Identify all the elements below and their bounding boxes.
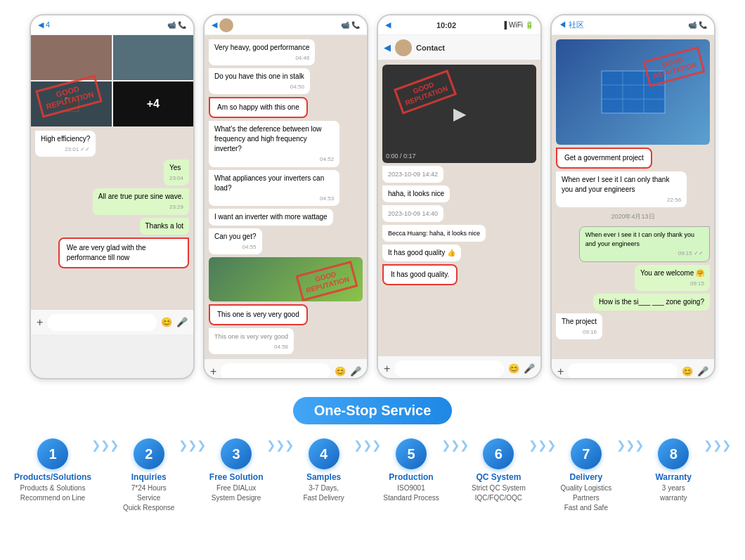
back-icon-2[interactable]: ◀ — [212, 20, 217, 30]
back-icon-4[interactable]: ◀ 社区 — [559, 20, 584, 30]
msg-text: The project — [562, 318, 597, 325]
arrow-7-8: ❯❯❯ — [616, 431, 644, 452]
install-image-2: GOODREPUTATION — [209, 257, 363, 301]
video-icon-4[interactable]: 📹 — [688, 21, 697, 29]
step-7: 7 Delivery Quality Logistics PartnersFas… — [556, 438, 616, 513]
mic-icon-1[interactable]: 🎤 — [176, 317, 188, 327]
msg-time: 04:53 — [214, 195, 334, 202]
emoji-icon-1[interactable]: 😊 — [161, 317, 172, 327]
msg-text: All are true pure sine wave. — [98, 193, 183, 200]
msg-can: Can you get? 04:55 — [209, 228, 262, 254]
step-circle-5: 5 — [396, 438, 427, 469]
grid-img-3: ⬛ — [31, 82, 112, 126]
msg-text: This one is very very good — [214, 333, 288, 340]
msg-glad: We are very glad with the performance ti… — [58, 237, 189, 268]
msg-time: 04:58 — [214, 343, 288, 351]
msg-looks-nice-1: haha, it looks nice — [382, 185, 450, 202]
emoji-icon-2[interactable]: 😊 — [335, 366, 346, 377]
step-5: 5 Production ISO9001Standard Process — [381, 438, 441, 503]
stamp-2: GOODREPUTATION — [296, 261, 358, 301]
msg-text: Becca Huang: haha, it looks nice — [388, 230, 480, 237]
chat-input-1[interactable] — [47, 314, 157, 331]
msg-text: You are welcome 🤗 — [640, 269, 704, 277]
back-arrow-3[interactable]: ◀ — [384, 42, 391, 53]
bottom-bar-2: + 😊 🎤 — [205, 358, 367, 379]
step-label-1: Products/Solutions — [14, 472, 91, 482]
emoji-icon-3[interactable]: 😊 — [508, 363, 519, 374]
mic-icon-2[interactable]: 🎤 — [350, 366, 361, 377]
msg-caption: This one is very very good 04:58 — [209, 328, 294, 354]
msg-welcome: You are welcome 🤗 09:15 — [635, 265, 710, 291]
msg-text: It has good quality 👍 — [388, 249, 455, 256]
msg-government: Get a government project — [556, 148, 652, 169]
phone-icon-1[interactable]: 📞 — [178, 21, 186, 29]
emoji-icon-4[interactable]: 😊 — [682, 366, 693, 377]
chat-header-3: ◀ Contact — [378, 35, 540, 60]
msg-very-good: This one is very very good — [209, 304, 308, 325]
msg-time: 04:50 — [214, 83, 304, 91]
msg-quality-emoji: It has good quality 👍 — [382, 245, 461, 261]
mic-icon-4[interactable]: 🎤 — [697, 366, 708, 377]
video-placeholder-3: GOODREPUTATION ▶ 0:00 / 0:17 — [382, 65, 536, 163]
bottom-bar-3: + 😊 🎤 — [378, 356, 540, 379]
msg-text: I want an inverter with more wattage — [214, 213, 328, 221]
step-circle-4: 4 — [309, 438, 339, 469]
bottom-bar-1: + 😊 🎤 — [31, 309, 193, 334]
play-icon-3[interactable]: ▶ — [453, 104, 466, 124]
arrow-3-4: ❯❯❯ — [266, 431, 294, 452]
msg-text: Am so happy with this one — [217, 103, 299, 111]
msg-text: Get a government project — [564, 154, 644, 162]
msg-project: The project 09:16 — [556, 313, 602, 339]
step-circle-1: 1 — [37, 438, 68, 469]
status-left-2: ◀ — [212, 18, 233, 32]
msg-time: 22:56 — [562, 196, 681, 204]
step-label-3: Free Solution — [209, 472, 264, 482]
back-icon-3[interactable]: ◀ — [385, 20, 391, 30]
phone-icon-2[interactable]: 📞 — [351, 21, 360, 29]
msg-time: 09:16 — [562, 328, 597, 336]
grid-img-2 — [113, 35, 194, 80]
msg-time: 04:55 — [214, 243, 257, 251]
step-circle-7: 7 — [571, 438, 602, 469]
chat-input-3[interactable] — [394, 360, 504, 377]
msg-text: When ever I see it I can only thank you … — [585, 231, 694, 247]
step-circle-8: 8 — [658, 438, 689, 469]
chat-input-4[interactable] — [568, 363, 678, 380]
status-bar-4: ◀ 社区 📹 📞 — [552, 15, 714, 35]
arrow-6-7: ❯❯❯ — [529, 431, 556, 452]
status-right-3: ▐ WiFi 🔋 — [502, 21, 533, 29]
add-icon-3[interactable]: + — [384, 363, 390, 375]
arrow-5-6: ❯❯❯ — [441, 431, 469, 452]
step-desc-5: ISO9001Standard Process — [383, 483, 439, 503]
mic-icon-3[interactable]: 🎤 — [524, 363, 535, 374]
step-circle-2: 2 — [134, 438, 164, 469]
status-right-2: 📹 📞 — [341, 21, 360, 29]
step-8: 8 Warranty 3 yearswarranty — [644, 438, 704, 503]
add-icon-4[interactable]: + — [557, 365, 564, 378]
msg-text: What's the deference between low frequen… — [214, 125, 322, 152]
step-top-5: 5 — [381, 438, 441, 469]
msg-time: 23:01 ✓✓ — [41, 145, 90, 153]
video-icon-1[interactable]: 📹 — [167, 21, 176, 29]
msg-diff: What's the deference between low frequen… — [209, 121, 339, 167]
add-icon-2[interactable]: + — [210, 365, 216, 378]
grid-img-4: +4 — [113, 82, 194, 126]
step-desc-1: Products & SolutionsRecommend on Line — [20, 483, 86, 503]
step-top-1: 1 — [14, 438, 91, 469]
msg-sent-thank: When ever I see it I can only thank you … — [579, 226, 710, 261]
wifi-icon-3: WiFi — [509, 21, 523, 29]
back-icon-1[interactable]: ◀ 4 — [38, 20, 50, 30]
svg-rect-0 — [602, 71, 665, 113]
add-icon-1[interactable]: + — [37, 316, 43, 329]
msg-text: It has good quality. — [391, 271, 449, 278]
battery-icon-3: 🔋 — [525, 21, 533, 29]
msg-high-efficiency: High efficiency? 23:01 ✓✓ — [35, 131, 96, 157]
step-top-8: 8 — [644, 438, 704, 469]
process-flow: 1 Products/Solutions Products & Solution… — [14, 438, 731, 513]
msg-heavy: Very heavy, good performance 04:46 — [209, 39, 315, 65]
video-icon-2[interactable]: 📹 — [341, 21, 349, 29]
chat-input-2[interactable] — [221, 363, 330, 380]
step-circle-6: 6 — [483, 438, 514, 469]
phone-icon-4[interactable]: 📞 — [699, 21, 707, 29]
status-right-1: 📹 📞 — [167, 21, 186, 29]
